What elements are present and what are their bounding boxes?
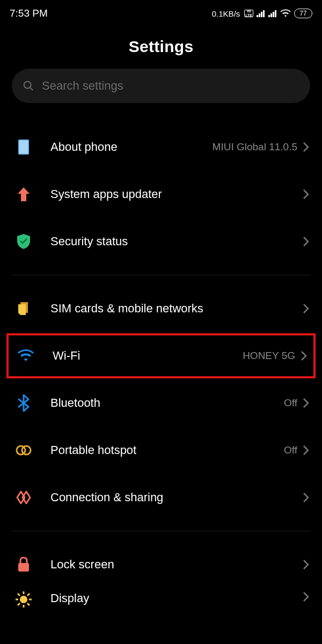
row-label: Display [50, 591, 303, 605]
chevron-right-icon [303, 591, 309, 602]
row-hotspot[interactable]: Portable hotspot Off [0, 427, 322, 474]
chevron-right-icon [303, 445, 309, 456]
row-wifi[interactable]: Wi-Fi HONEY 5G [6, 333, 316, 378]
svg-point-7 [20, 596, 27, 603]
network-speed: 0.1KB/s [212, 9, 240, 18]
svg-line-13 [27, 603, 30, 605]
svg-point-5 [22, 446, 31, 455]
connection-sharing-icon [13, 490, 34, 505]
row-value: MIUI Global 11.0.5 [213, 141, 297, 153]
sim-card-icon [13, 301, 34, 317]
row-value: HONEY 5G [243, 350, 295, 362]
battery-percent: 77 [294, 9, 312, 18]
volte-icon: VoLTE [244, 10, 253, 17]
row-about-phone[interactable]: About phone MIUI Global 11.0.5 [0, 123, 322, 171]
svg-line-14 [18, 603, 20, 605]
chevron-right-icon [303, 303, 309, 314]
row-value: Off [284, 444, 297, 456]
svg-rect-3 [19, 141, 28, 153]
row-label: System apps updater [50, 187, 303, 201]
shield-check-icon [13, 233, 34, 250]
chevron-right-icon [303, 142, 309, 152]
chevron-right-icon [303, 559, 309, 570]
wifi-status-icon [280, 9, 291, 18]
row-security-status[interactable]: Security status [0, 218, 322, 265]
svg-rect-6 [18, 563, 29, 572]
phone-icon [13, 139, 34, 155]
svg-line-1 [30, 87, 33, 91]
chevron-right-icon [301, 350, 307, 361]
hotspot-icon [13, 444, 34, 457]
status-right: 0.1KB/s VoLTE 77 [212, 9, 312, 18]
chevron-right-icon [303, 189, 309, 200]
row-label: Portable hotspot [50, 443, 284, 457]
bluetooth-icon [13, 394, 34, 412]
arrow-up-icon [13, 186, 34, 202]
battery-icon: 77 [294, 9, 312, 18]
status-time: 7:53 PM [10, 8, 48, 19]
wifi-icon [15, 349, 36, 362]
svg-line-15 [27, 594, 30, 596]
row-bluetooth[interactable]: Bluetooth Off [0, 379, 322, 427]
row-label: Bluetooth [50, 396, 284, 410]
signal-icon-1 [257, 10, 265, 17]
row-label: Connection & sharing [50, 491, 303, 504]
chevron-right-icon [303, 398, 309, 408]
page-title: Settings [0, 38, 322, 56]
search-input[interactable]: Search settings [12, 69, 310, 103]
svg-point-0 [24, 82, 31, 89]
row-lock-screen[interactable]: Lock screen [0, 541, 322, 588]
row-label: Security status [50, 235, 303, 248]
divider [12, 275, 310, 275]
row-label: SIM cards & mobile networks [50, 302, 303, 316]
row-sim-cards[interactable]: SIM cards & mobile networks [0, 285, 322, 332]
lock-icon [13, 557, 34, 573]
svg-line-12 [18, 594, 20, 596]
row-system-updater[interactable]: System apps updater [0, 171, 322, 218]
signal-icon-2 [268, 10, 277, 17]
divider [12, 531, 310, 531]
row-label: Wi-Fi [53, 349, 243, 363]
chevron-right-icon [303, 236, 309, 247]
row-label: About phone [50, 140, 213, 154]
settings-list: About phone MIUI Global 11.0.5 System ap… [0, 123, 322, 615]
row-label: Lock screen [50, 558, 303, 572]
chevron-right-icon [303, 492, 309, 503]
status-bar: 7:53 PM 0.1KB/s VoLTE 77 [0, 0, 322, 24]
row-display[interactable]: Display [0, 588, 322, 615]
row-value: Off [284, 397, 297, 409]
row-connection-sharing[interactable]: Connection & sharing [0, 474, 322, 521]
search-placeholder: Search settings [42, 79, 123, 93]
brightness-icon [13, 591, 34, 608]
search-icon [23, 80, 34, 92]
